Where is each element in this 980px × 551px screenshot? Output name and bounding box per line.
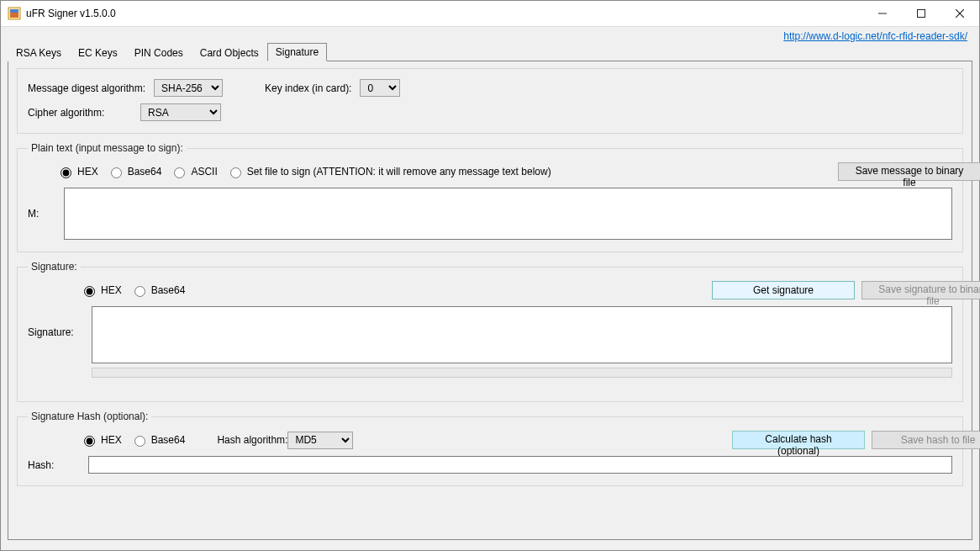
tab-strip: RSA Keys EC Keys PIN Codes Card Objects …: [8, 42, 972, 61]
key-index-select[interactable]: 0: [360, 79, 400, 97]
sig-radio-base64[interactable]: Base64: [130, 283, 186, 297]
sdk-link-row: http://www.d-logic.net/nfc-rfid-reader-s…: [783, 30, 967, 42]
message-input[interactable]: [64, 188, 952, 240]
tab-ec-keys[interactable]: EC Keys: [70, 44, 126, 61]
plain-radio-base64[interactable]: Base64: [107, 165, 162, 178]
svg-rect-1: [10, 13, 18, 18]
svg-rect-2: [10, 9, 18, 13]
signature-hash-group: Signature Hash (optional): HEX Base64 Ha…: [17, 411, 963, 486]
sdk-link[interactable]: http://www.d-logic.net/nfc-rfid-reader-s…: [783, 30, 967, 42]
hash-output[interactable]: [88, 456, 952, 474]
sig-radio-hex[interactable]: HEX: [80, 283, 122, 297]
plaintext-legend: Plain text (input message to sign):: [28, 142, 187, 154]
app-window: uFR Signer v1.5.0.0 http://www.d-logic.n…: [0, 0, 980, 551]
calculate-hash-button[interactable]: Calculate hash (optional): [732, 431, 865, 449]
tab-signature[interactable]: Signature: [267, 43, 327, 61]
minimize-button[interactable]: [863, 1, 902, 26]
hash-alg-label: Hash algorithm:: [217, 434, 287, 446]
close-button[interactable]: [940, 1, 979, 26]
plaintext-group: Plain text (input message to sign): HEX …: [17, 142, 963, 252]
tab-panel-signature: Message digest algorithm: SHA-256 Key in…: [8, 61, 972, 540]
save-hash-button[interactable]: Save hash to file: [872, 431, 980, 449]
sighash-legend: Signature Hash (optional):: [28, 411, 151, 422]
signature-legend: Signature:: [28, 261, 81, 273]
save-signature-button[interactable]: Save signature to binary file: [861, 281, 980, 299]
save-message-button[interactable]: Save message to binary file: [838, 162, 980, 181]
m-label: M:: [28, 208, 52, 220]
signature-group: Signature: HEX Base64 Get signature Save…: [17, 261, 963, 402]
window-title: uFR Signer v1.5.0.0: [26, 8, 116, 19]
plain-radio-ascii[interactable]: ASCII: [170, 165, 217, 178]
cipher-select[interactable]: RSA: [140, 103, 221, 121]
digest-label: Message digest algorithm:: [28, 82, 145, 94]
hash-label: Hash:: [28, 459, 76, 471]
app-icon: [8, 7, 21, 20]
signature-field-label: Signature:: [28, 326, 80, 338]
tab-pin-codes[interactable]: PIN Codes: [126, 44, 192, 61]
tab-rsa-keys[interactable]: RSA Keys: [8, 44, 70, 61]
plain-radio-file[interactable]: Set file to sign (ATTENTION: it will rem…: [226, 165, 551, 178]
signature-scrollbar[interactable]: [92, 368, 952, 378]
cipher-label: Cipher algorithm:: [28, 107, 132, 119]
svg-rect-4: [918, 10, 925, 18]
hash-alg-select[interactable]: MD5: [287, 432, 353, 449]
title-bar: uFR Signer v1.5.0.0: [1, 1, 979, 26]
algorithm-group: Message digest algorithm: SHA-256 Key in…: [17, 68, 963, 134]
hash-radio-hex[interactable]: HEX: [80, 433, 122, 447]
key-index-label: Key index (in card):: [265, 82, 351, 94]
get-signature-button[interactable]: Get signature: [712, 281, 855, 299]
client-area: http://www.d-logic.net/nfc-rfid-reader-s…: [1, 26, 979, 550]
hash-radio-base64[interactable]: Base64: [130, 433, 186, 447]
tab-card-objects[interactable]: Card Objects: [192, 44, 267, 61]
digest-select[interactable]: SHA-256: [154, 79, 223, 97]
plain-radio-hex[interactable]: HEX: [56, 165, 98, 178]
signature-output[interactable]: [92, 306, 952, 363]
maximize-button[interactable]: [902, 1, 940, 26]
